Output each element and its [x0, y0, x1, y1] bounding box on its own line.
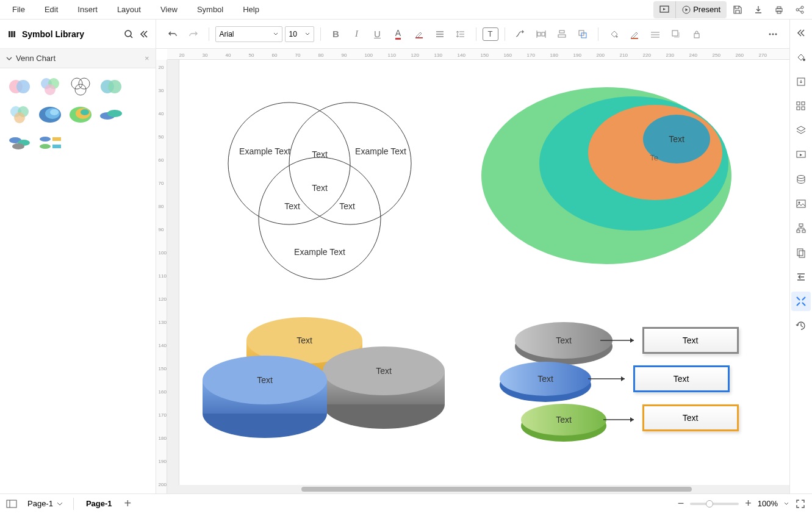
venn-label-abc[interactable]: Text [312, 183, 328, 193]
distribute-button[interactable] [532, 25, 550, 43]
underline-button[interactable]: U [368, 25, 387, 43]
undo-button[interactable] [163, 25, 182, 43]
shape-disc-labels[interactable] [37, 131, 63, 155]
label-box-2[interactable]: Text [633, 365, 730, 392]
zoom-slider[interactable] [690, 503, 739, 505]
shape-venn3-color[interactable] [37, 74, 63, 99]
page-tab[interactable]: Page-1 [80, 497, 118, 511]
shape-venn3-pastel[interactable] [6, 102, 33, 127]
lock-button[interactable] [688, 25, 706, 43]
highlight-button[interactable] [410, 25, 428, 43]
scrollbar-horizontal[interactable] [167, 485, 789, 493]
svg-rect-9 [11, 31, 13, 37]
align-objects-button[interactable] [553, 25, 571, 43]
menu-insert[interactable]: Insert [68, 1, 107, 18]
history-button[interactable] [791, 316, 811, 335]
present-button[interactable]: Present [675, 1, 727, 18]
print-button[interactable] [769, 1, 789, 18]
venn3-diagram[interactable]: Example Text Example Text Example Text T… [210, 84, 429, 304]
menu-layout[interactable]: Layout [107, 1, 151, 18]
add-page-button[interactable]: + [124, 497, 132, 511]
shape-stack-ellipse[interactable] [37, 102, 63, 127]
line-spacing-button[interactable] [451, 25, 470, 43]
svg-point-13 [16, 80, 30, 93]
shape-stack-green[interactable] [67, 102, 94, 127]
page-canvas[interactable]: Example Text Example Text Example Text T… [179, 60, 789, 493]
crosshair-button[interactable] [791, 292, 811, 311]
text-tool-button[interactable]: T [483, 27, 498, 41]
share-button[interactable] [790, 1, 810, 18]
presentation-button[interactable] [791, 145, 811, 165]
zoom-out-button[interactable]: − [678, 497, 684, 510]
fullscreen-icon[interactable] [795, 498, 806, 509]
category-header[interactable]: Venn Chart × [0, 49, 156, 68]
venn-label-ac[interactable]: Text [284, 201, 300, 211]
canvas-scroll[interactable]: Example Text Example Text Example Text T… [167, 60, 789, 493]
cyl-label-c[interactable]: Text [376, 366, 392, 376]
layers-button[interactable] [791, 121, 811, 140]
more-button[interactable] [764, 25, 782, 43]
export-button[interactable] [749, 1, 768, 18]
shadow-button[interactable] [667, 25, 685, 43]
indent-button[interactable] [791, 267, 811, 287]
data-button[interactable] [791, 170, 811, 189]
fill-button[interactable] [605, 25, 623, 43]
shape-3d-discs[interactable] [98, 102, 124, 127]
menu-help[interactable]: Help [233, 1, 269, 18]
shape-venn2[interactable] [6, 74, 33, 99]
export-rail-button[interactable] [791, 72, 811, 91]
zoom-value[interactable]: 100% [758, 499, 778, 508]
font-color-button[interactable]: A [389, 25, 408, 43]
venn-label-bc[interactable]: Text [339, 201, 355, 211]
disc-list[interactable]: Text Text Text [497, 310, 649, 450]
disc-label-2[interactable]: Text [537, 374, 553, 384]
cylinder-venn[interactable]: Text Text Text [198, 304, 454, 450]
outline-icon[interactable] [6, 499, 17, 509]
save-button[interactable] [728, 1, 747, 18]
menu-symbol[interactable]: Symbol [187, 1, 233, 18]
font-select[interactable]: Arial [215, 26, 282, 42]
disc-label-1[interactable]: Text [556, 335, 572, 345]
stack-label-1[interactable]: Text [669, 134, 684, 144]
group-button[interactable] [573, 25, 592, 43]
clipboard-button[interactable] [791, 243, 811, 262]
italic-button[interactable]: I [348, 25, 366, 43]
label-box-1[interactable]: Text [642, 327, 739, 354]
connector-button[interactable] [511, 25, 530, 43]
page-selector[interactable]: Page-1 [23, 497, 67, 510]
expand-rail-button[interactable] [791, 23, 811, 43]
menu-file[interactable]: File [2, 1, 35, 18]
line-style-button[interactable] [646, 25, 664, 43]
disc-label-3[interactable]: Text [556, 415, 572, 425]
stack-label-2[interactable]: Te [650, 153, 658, 162]
grid-button[interactable] [791, 96, 811, 116]
cyl-label-a[interactable]: Text [296, 335, 312, 345]
sitemap-button[interactable] [791, 218, 811, 238]
collapse-panel-icon[interactable] [138, 29, 148, 39]
venn-label-b[interactable]: Example Text [355, 146, 406, 156]
zoom-in-button[interactable]: + [745, 497, 752, 510]
shape-3d-discs-3[interactable] [6, 131, 33, 155]
bold-button[interactable]: B [327, 25, 345, 43]
menu-edit[interactable]: Edit [35, 1, 68, 18]
font-size-select[interactable]: 10 [285, 26, 314, 42]
venn-label-a[interactable]: Example Text [239, 146, 290, 156]
line-color-button[interactable] [625, 25, 644, 43]
venn-label-c[interactable]: Example Text [294, 247, 345, 257]
shape-venn2-flat[interactable] [98, 74, 124, 99]
search-icon[interactable] [124, 29, 134, 39]
scrollbar-thumb[interactable] [301, 487, 692, 492]
redo-button[interactable] [184, 25, 203, 43]
close-category-icon[interactable]: × [145, 54, 149, 63]
cyl-label-b[interactable]: Text [257, 375, 273, 385]
align-button[interactable] [431, 25, 449, 43]
shape-venn3-outline[interactable] [67, 74, 94, 99]
label-box-3[interactable]: Text [642, 404, 739, 431]
image-button[interactable] [791, 194, 811, 213]
stacked-ellipses[interactable]: Text Te [478, 78, 735, 273]
menu-view[interactable]: View [151, 1, 187, 18]
highlight-icon [414, 29, 424, 39]
theme-button[interactable] [791, 48, 811, 67]
slideshow-button[interactable] [653, 1, 675, 18]
venn-label-ab[interactable]: Text [312, 149, 328, 159]
